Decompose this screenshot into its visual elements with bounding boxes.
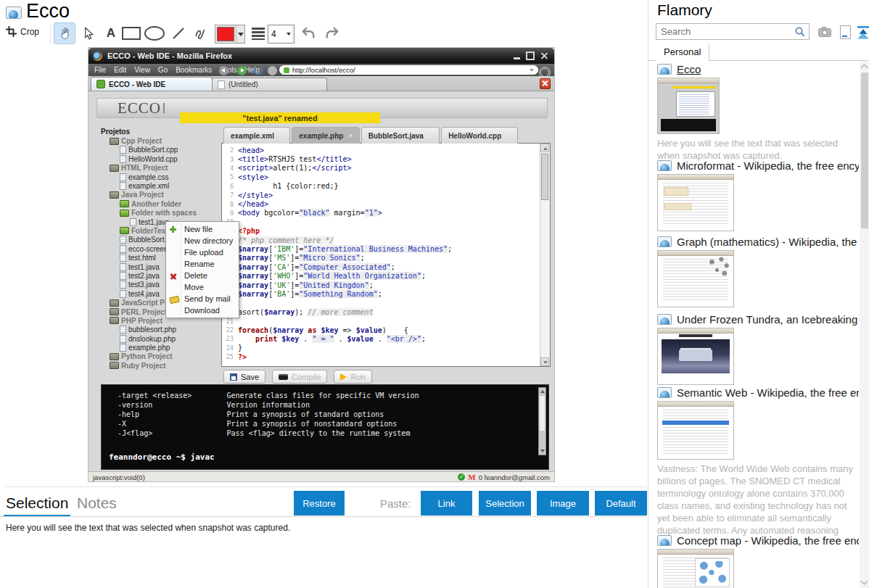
context-menu: New fileNew directoryFile uploadRenameDe…: [165, 221, 239, 318]
snapshot-item[interactable]: Concept map - Wikipedia, the free encycl…: [657, 534, 859, 588]
code-line: 9<body bgcolor="black" margin="1">: [222, 209, 540, 218]
line-number: 5: [222, 173, 234, 181]
thumbnail-art: [679, 334, 712, 336]
editor-tab-label: example.xml: [231, 132, 274, 140]
text-tool-button[interactable]: A: [100, 22, 122, 44]
editor-tabs: example.xmlexample.phpBubbleSort.javaHel…: [223, 127, 518, 144]
tab-close-icon: [429, 132, 432, 139]
line-size-select[interactable]: 4: [268, 25, 295, 44]
code-text: <title>RTSHJS test</title>: [238, 155, 352, 163]
snapshot-title-row: Graph (mathematics) - Wikipedia, the fre…: [657, 235, 859, 248]
file-icon: [120, 254, 126, 262]
code-text: $narray['MS']="Micro Sonics";: [238, 254, 365, 262]
camera-button[interactable]: [817, 25, 833, 39]
thumbnail[interactable]: [657, 174, 734, 231]
scroll-up-icon[interactable]: [861, 65, 868, 72]
search-input[interactable]: [656, 26, 794, 37]
button-label: Run: [350, 373, 365, 381]
line-width-button[interactable]: [247, 22, 269, 44]
crop-label: Crop: [20, 27, 39, 37]
bottom-divider-top: [6, 486, 646, 487]
close-icon: [541, 80, 549, 88]
scroll-down-icon[interactable]: [861, 578, 868, 585]
snapshot-title[interactable]: Under Frozen Tundra, an Icebreaking Ship…: [677, 313, 859, 326]
snapshot-title[interactable]: Ecco: [677, 63, 701, 75]
ellipse-icon: [144, 26, 165, 41]
thumbnail[interactable]: [657, 328, 734, 385]
thumbnail[interactable]: [657, 250, 734, 307]
file-icon: [120, 272, 126, 280]
crop-icon: [6, 26, 17, 37]
freehand-tool-button[interactable]: [189, 22, 211, 44]
line-icon: [171, 26, 186, 41]
pointer-tool-button[interactable]: [77, 22, 99, 44]
tree-item-label: BubbleSort.cpp: [128, 146, 178, 154]
snapshot-item[interactable]: Under Frozen Tundra, an Icebreaking Ship…: [657, 312, 859, 385]
tab-notes[interactable]: Notes: [77, 494, 117, 512]
tree-item: HelloWorld.cpp: [101, 154, 224, 163]
restore-button[interactable]: Restore: [294, 491, 345, 515]
snapshot-item[interactable]: Graph (mathematics) - Wikipedia, the fre…: [657, 235, 859, 307]
thumbnail[interactable]: [657, 549, 734, 588]
tab-personal[interactable]: Personal: [656, 44, 709, 61]
sidebar-scrollbar[interactable]: [860, 61, 869, 588]
folder-icon: [110, 308, 119, 315]
screenshot-canvas[interactable]: ECCO - Web IDE - Mozilla Firefox FileEdi…: [88, 48, 554, 481]
search-icon[interactable]: [794, 26, 806, 38]
snapshot-item[interactable]: Semantic Web - Wikipedia, the free encyc…: [657, 386, 859, 538]
paste-default-button[interactable]: Default: [595, 491, 647, 515]
snapshot-title-row: Concept map - Wikipedia, the free encycl…: [657, 534, 859, 547]
snapshot-title-row: Under Frozen Tundra, an Icebreaking Ship…: [657, 312, 859, 326]
color-swatch[interactable]: [217, 27, 234, 41]
app-icon: [6, 7, 22, 19]
camera-icon: [818, 27, 831, 37]
code-text: $narray['IBM']="International Business M…: [238, 245, 452, 253]
color-picker[interactable]: [215, 25, 245, 44]
plus-icon: [170, 226, 176, 233]
snapshot-title[interactable]: Concept map - Wikipedia, the free encycl…: [677, 534, 859, 547]
paste-link-button[interactable]: Link: [421, 491, 472, 515]
line-tool-button[interactable]: [168, 22, 189, 44]
thumbnail[interactable]: [657, 401, 734, 460]
note-button[interactable]: [837, 25, 853, 39]
snapshot-item[interactable]: Microformat - Wikipedia, the free encycl…: [657, 159, 859, 231]
tree-item: example.php: [101, 343, 224, 352]
flamory-home-button[interactable]: [855, 25, 869, 39]
delete-icon: [170, 273, 176, 279]
scrollbar-thumb[interactable]: [861, 73, 868, 228]
line-number: 8: [222, 201, 234, 208]
crop-button[interactable]: Crop: [6, 26, 39, 37]
snapshot-title[interactable]: Semantic Web - Wikipedia, the free encyc…: [677, 386, 859, 399]
paste-image-button[interactable]: Image: [537, 491, 589, 515]
line-number: 3: [222, 156, 234, 163]
tree-item: Python Project: [101, 352, 224, 361]
compile-icon: [279, 374, 288, 380]
paste-selection-button[interactable]: Selection: [479, 491, 531, 515]
tree-item-label: PHP Project: [121, 317, 162, 325]
hand-tool-button[interactable]: [54, 22, 75, 44]
tab-selection[interactable]: Selection: [6, 494, 68, 512]
file-icon: [120, 146, 126, 154]
rectangle-tool-button[interactable]: [120, 22, 142, 44]
tree-item: example.xml: [101, 181, 224, 190]
code-line: 20asort($narray); // more comment: [222, 307, 540, 316]
tree-item: Another folder: [101, 199, 224, 208]
snapshot-item[interactable]: EccoHere you will see the text that was …: [657, 62, 859, 162]
thumbnail-art: [698, 561, 728, 584]
tree-item-label: test3.java: [128, 281, 160, 289]
firefox-titlebar: ECCO - Web IDE - Mozilla Firefox: [88, 48, 554, 64]
tab-favicon: [96, 80, 105, 88]
ellipse-tool-button[interactable]: [144, 22, 165, 44]
snapshot-title[interactable]: Microformat - Wikipedia, the free encycl…: [677, 160, 859, 172]
code-text: ?>: [238, 353, 247, 361]
tree-item-label: HelloWorld.cpp: [128, 155, 178, 163]
editor-tab-label: example.php: [299, 132, 343, 140]
thumbnail[interactable]: [657, 78, 720, 134]
thumbnail-art: [662, 421, 729, 425]
undo-button[interactable]: [297, 22, 319, 44]
redo-button[interactable]: [321, 22, 343, 44]
thumbnail-art: [679, 349, 712, 360]
color-dropdown[interactable]: [236, 25, 244, 43]
chevron-down-icon: [238, 33, 244, 36]
snapshot-title[interactable]: Graph (mathematics) - Wikipedia, the fre…: [677, 236, 859, 248]
